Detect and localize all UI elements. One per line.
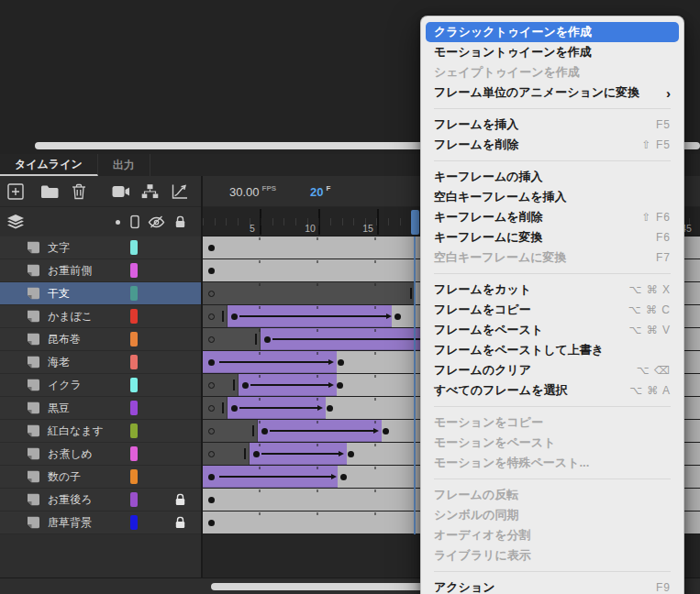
layer-outline-color-chip[interactable]: [130, 332, 138, 346]
layer-page-icon: [26, 242, 39, 254]
menu-item[interactable]: フレーム単位のアニメーションに変換›: [426, 82, 679, 103]
keyframe-dot[interactable]: [337, 382, 343, 389]
layer-row[interactable]: お重前側: [0, 259, 201, 282]
keyframe-dot[interactable]: [242, 382, 249, 389]
menu-item[interactable]: フレームをペースト⌥ ⌘ V: [426, 320, 679, 340]
keyframe-dot[interactable]: [208, 291, 215, 297]
outline-color-dot-icon[interactable]: [116, 220, 120, 225]
keyframe-dot[interactable]: [208, 520, 215, 526]
tab-output[interactable]: 出力: [98, 154, 150, 176]
layer-parenting-icon[interactable]: [141, 183, 159, 199]
layer-page-icon: [26, 288, 39, 300]
keyframe-dot[interactable]: [208, 359, 215, 366]
layer-outline-color-chip[interactable]: [130, 378, 138, 392]
new-layer-icon[interactable]: [7, 183, 24, 200]
layer-row[interactable]: 黒豆: [0, 397, 201, 420]
layer-row[interactable]: 唐草背景: [0, 512, 201, 534]
keyframe-dot[interactable]: [264, 336, 271, 343]
outline-rect-icon[interactable]: [130, 215, 139, 229]
menu-item[interactable]: 空白キーフレームを挿入: [426, 187, 679, 207]
menu-item[interactable]: すべてのフレームを選択⌥ ⌘ A: [426, 380, 679, 401]
layer-row[interactable]: お重後ろ: [0, 489, 201, 512]
layer-name: お重前側: [48, 263, 92, 279]
keyframe-dot[interactable]: [253, 451, 260, 457]
menu-item[interactable]: フレームを削除⇧ F5: [426, 135, 679, 155]
lock-icon[interactable]: [175, 216, 185, 228]
hide-eye-icon[interactable]: [148, 215, 165, 229]
layer-lock-icon[interactable]: [175, 517, 185, 529]
menu-item-label: フレームのクリア: [434, 362, 531, 379]
layer-row[interactable]: 海老: [0, 351, 201, 374]
layer-outline-color-chip[interactable]: [130, 446, 138, 461]
menu-item[interactable]: キーフレームに変換F6: [426, 227, 679, 248]
menu-item[interactable]: フレームをカット⌥ ⌘ X: [426, 280, 679, 300]
layer-outline-color-chip[interactable]: [130, 309, 138, 324]
layers-icon[interactable]: [7, 214, 24, 229]
layer-lock-icon[interactable]: [175, 494, 185, 506]
layer-outline-color-chip[interactable]: [130, 286, 138, 301]
delete-layer-icon[interactable]: [72, 183, 86, 200]
menu-item[interactable]: モーショントゥイーンを作成: [426, 42, 679, 62]
tween-arrow-line: [239, 407, 317, 409]
keyframe-dot[interactable]: [208, 428, 215, 434]
menu-item[interactable]: アクションF9: [426, 578, 679, 594]
menu-item[interactable]: キーフレームの挿入: [426, 167, 679, 187]
menu-item[interactable]: クラシックトゥイーンを作成: [426, 22, 679, 42]
layer-outline-color-chip[interactable]: [130, 401, 138, 415]
menu-item-shortcut: ⌥ ⌘ C: [628, 303, 671, 316]
ruler-frame-number: 15: [362, 223, 373, 234]
layer-row[interactable]: 紅白なます: [0, 420, 201, 443]
layer-outline-color-chip[interactable]: [130, 263, 138, 278]
layer-row[interactable]: 数の子: [0, 466, 201, 489]
keyframe-dot[interactable]: [340, 474, 347, 480]
keyframe-dot[interactable]: [383, 428, 389, 434]
layer-outline-color-chip[interactable]: [130, 355, 138, 369]
keyframe-dot[interactable]: [231, 405, 238, 412]
layer-row[interactable]: お煮しめ: [0, 443, 201, 466]
layer-row[interactable]: 昆布巻: [0, 328, 201, 351]
layer-row[interactable]: 干支: [0, 282, 201, 305]
keyframe-dot[interactable]: [394, 314, 401, 320]
layer-row[interactable]: かまぼこ: [0, 305, 201, 328]
layer-outline-color-chip[interactable]: [130, 424, 138, 438]
layer-outline-color-chip[interactable]: [130, 515, 138, 530]
current-frame-value[interactable]: 20: [310, 185, 323, 199]
menu-item: シンボルの同期: [426, 505, 679, 525]
tab-timeline[interactable]: タイムライン: [0, 154, 98, 176]
tab-output-label: 出力: [113, 158, 135, 173]
layer-outline-color-chip[interactable]: [130, 492, 138, 507]
keyframe-dot[interactable]: [208, 245, 215, 251]
keyframe-dot[interactable]: [208, 382, 215, 389]
keyframe-dot[interactable]: [338, 359, 344, 366]
keyframe-dot[interactable]: [261, 428, 268, 434]
keyframe-dot[interactable]: [208, 336, 215, 343]
layer-row[interactable]: 文字: [0, 236, 201, 259]
keyframe-dot[interactable]: [348, 451, 354, 457]
layer-page-icon: [26, 494, 39, 506]
fps-value[interactable]: 30.00: [229, 185, 260, 199]
keyframe-dot[interactable]: [208, 497, 215, 503]
new-folder-icon[interactable]: [40, 184, 60, 199]
menu-item-shortcut: ⌥ ⌘ V: [629, 324, 672, 336]
keyframe-dot[interactable]: [208, 268, 215, 274]
keyframe-dot[interactable]: [327, 405, 333, 412]
keyframe-dot[interactable]: [208, 314, 215, 320]
keyframe-dot[interactable]: [208, 405, 215, 412]
playhead-marker[interactable]: [411, 210, 419, 235]
menu-item[interactable]: キーフレームを削除⇧ F6: [426, 207, 679, 227]
layer-outline-color-chip[interactable]: [130, 240, 138, 255]
keyframe-dot[interactable]: [208, 474, 215, 480]
layer-outline-color-chip[interactable]: [130, 469, 138, 484]
keyframe-dot[interactable]: [231, 314, 238, 320]
menu-item[interactable]: フレームのクリア⌥ ⌫: [426, 360, 679, 380]
menu-item[interactable]: フレームをペーストして上書き: [426, 340, 679, 360]
graph-editor-icon[interactable]: [171, 183, 188, 199]
menu-item[interactable]: フレームをコピー⌥ ⌘ C: [426, 300, 679, 320]
tween-arrow-line: [261, 453, 339, 455]
layer-row[interactable]: イクラ: [0, 374, 201, 397]
keyframe-dot[interactable]: [208, 451, 215, 457]
tween-arrow-line: [250, 384, 328, 386]
menu-item[interactable]: フレームを挿入F5: [426, 115, 679, 135]
add-camera-icon[interactable]: [112, 185, 130, 198]
tween-arrow-line: [219, 476, 331, 478]
